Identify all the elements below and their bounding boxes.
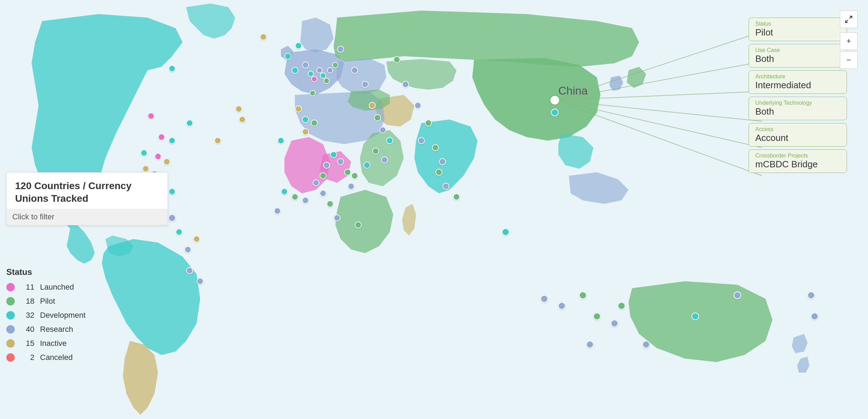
legend-item[interactable]: 2 Canceled (6, 353, 86, 362)
tooltip-item: Status Pilot (749, 18, 847, 41)
map-container: 120 Countries / Currency Unions Tracked … (0, 0, 868, 419)
tooltip-item: Underlying Technology Both (749, 97, 847, 120)
tooltip-value: Both (755, 106, 840, 117)
legend-count: 32 (20, 311, 34, 320)
legend-dot (6, 325, 15, 334)
legend-label: Launched (40, 283, 74, 292)
tooltip-value: Both (755, 53, 840, 64)
legend-label: Pilot (40, 297, 55, 306)
info-panel: 120 Countries / Currency Unions Tracked … (6, 172, 168, 225)
tooltip-value: Account (755, 133, 840, 143)
click-filter-label[interactable]: Click to filter (7, 209, 167, 225)
legend-dot (6, 353, 15, 362)
legend-label: Development (40, 311, 86, 320)
legend-dot (6, 311, 15, 320)
tooltip-item: Access Account (749, 123, 847, 147)
legend-label: Research (40, 325, 73, 334)
legend-count: 2 (20, 353, 34, 362)
legend-item[interactable]: 32 Development (6, 311, 86, 320)
legend-item[interactable]: 11 Launched (6, 283, 86, 292)
legend-dot (6, 339, 15, 348)
svg-line-10 (846, 20, 848, 22)
tooltip-label: Use Case (755, 47, 840, 53)
tooltip-value: Pilot (755, 27, 840, 38)
legend-items: 11 Launched 18 Pilot 32 Development 40 R… (6, 283, 86, 362)
svg-point-8 (550, 95, 560, 105)
tooltip-item: Use Case Both (749, 44, 847, 67)
tooltip-label: Crossborder Projects (755, 153, 840, 159)
zoom-out-button[interactable]: − (840, 51, 857, 69)
china-tooltip-panel: Status Pilot Use Case Both Architecture … (749, 18, 847, 173)
tooltip-item: Crossborder Projects mCBDC Bridge (749, 149, 847, 173)
legend-dot (6, 297, 15, 305)
tooltip-label: Access (755, 126, 840, 133)
svg-line-9 (849, 16, 852, 19)
legend-item[interactable]: 40 Research (6, 325, 86, 334)
tooltip-value: Intermediated (755, 80, 840, 91)
legend-title: Status (6, 267, 86, 277)
tooltip-label: Architecture (755, 73, 840, 80)
legend-item[interactable]: 15 Inactive (6, 339, 86, 348)
legend-label: Canceled (40, 353, 73, 362)
legend-dot (6, 283, 15, 291)
legend-count: 40 (20, 325, 34, 334)
legend-label: Inactive (40, 339, 67, 348)
tooltip-label: Underlying Technology (755, 100, 840, 106)
tooltip-label: Status (755, 21, 840, 27)
legend: Status 11 Launched 18 Pilot 32 Developme… (6, 267, 86, 367)
legend-count: 11 (20, 283, 34, 292)
zoom-controls: + − (840, 11, 857, 69)
zoom-in-button[interactable]: + (840, 32, 857, 50)
countries-count: 120 Countries / Currency Unions Tracked (15, 180, 159, 205)
fullscreen-button[interactable] (840, 11, 857, 28)
legend-count: 15 (20, 339, 34, 348)
tooltip-value: mCBDC Bridge (755, 159, 840, 170)
legend-count: 18 (20, 297, 34, 306)
legend-item[interactable]: 18 Pilot (6, 297, 86, 306)
tooltip-item: Architecture Intermediated (749, 70, 847, 94)
